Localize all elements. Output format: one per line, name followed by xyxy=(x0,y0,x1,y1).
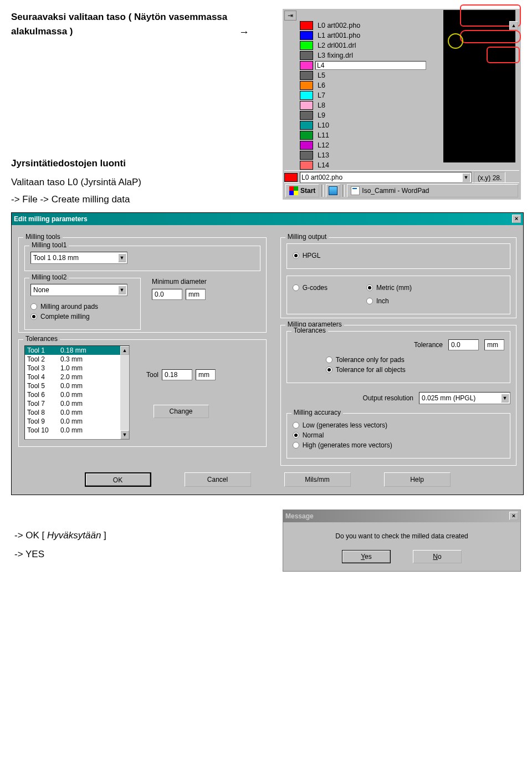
current-layer-label: L0 art002.pho xyxy=(301,174,342,181)
layer-row[interactable]: L1 art001.pho xyxy=(284,30,519,40)
layer-row[interactable]: L9 xyxy=(284,110,519,120)
layer-row[interactable]: L6 xyxy=(284,80,519,90)
layer-color-swatch[interactable] xyxy=(300,81,313,90)
radio-acc-high[interactable]: High (generates more vectors) xyxy=(293,441,504,449)
layer-label: L5 xyxy=(315,72,325,79)
radio-tol-all[interactable]: Tolerance for all objects xyxy=(293,366,504,374)
layer-color-swatch[interactable] xyxy=(300,41,313,50)
label-acc-low: Low (generates less vectors) xyxy=(303,421,387,429)
layer-row[interactable]: L7 xyxy=(284,90,519,100)
tool1-combo[interactable]: Tool 1 0.18 mm ▼ xyxy=(30,252,127,264)
current-layer-combo[interactable]: L0 art002.pho ▼ xyxy=(300,172,472,183)
chevron-down-icon[interactable]: ▼ xyxy=(118,286,126,294)
message-text: Do you want to check the milled data cre… xyxy=(291,532,513,540)
taskbar-quicklaunch-item[interactable] xyxy=(326,184,340,197)
tool2-combo[interactable]: None ▼ xyxy=(30,284,127,296)
layer-color-swatch[interactable] xyxy=(300,101,313,110)
layer-color-swatch[interactable] xyxy=(300,51,313,60)
label-tol-all: Tolerance for all objects xyxy=(336,366,406,374)
layer-row[interactable]: L8 xyxy=(284,100,519,110)
layer-indicator-icon xyxy=(284,50,298,60)
layer-row[interactable]: L3 fixing.drl xyxy=(284,50,519,60)
yes-button[interactable]: Yes xyxy=(342,550,391,563)
radio-acc-normal[interactable]: Normal xyxy=(293,431,504,439)
layer-label: L2 drl001.drl xyxy=(315,42,356,49)
chevron-down-icon[interactable]: ▼ xyxy=(501,394,509,403)
layer-label: L10 xyxy=(315,121,329,129)
output-resolution-combo[interactable]: 0.025 mm (HPGL) ▼ xyxy=(419,392,510,404)
tool-listbox[interactable]: Tool 10.18 mmTool 20.3 mmTool 31.0 mmToo… xyxy=(24,345,130,440)
layer-panel: ⇥ L0 art002.pho▲L1 art001.phoL2 drl001.d… xyxy=(283,9,521,200)
min-diameter-input[interactable]: 0.0 xyxy=(152,289,182,300)
no-button[interactable]: No xyxy=(413,550,462,563)
radio-metric[interactable]: Metric (mm) xyxy=(366,284,412,292)
scroll-down-icon[interactable]: ▼ xyxy=(120,430,129,439)
layer-color-swatch[interactable] xyxy=(300,161,313,170)
layer-color-swatch[interactable] xyxy=(300,141,313,150)
taskbar-app-button[interactable]: Iso_Cammi - WordPad xyxy=(347,184,518,197)
radio-complete-milling[interactable]: Complete milling xyxy=(30,313,135,320)
heading-2: Jyrsintätiedostojen luonti xyxy=(11,158,126,169)
radio-icon xyxy=(293,442,299,449)
layer-label: L0 art002.pho xyxy=(315,22,360,29)
layer-row[interactable]: L13 xyxy=(284,150,519,160)
list-item[interactable]: Tool 100.0 mm xyxy=(25,426,129,435)
layer-color-swatch[interactable] xyxy=(300,61,313,70)
list-item[interactable]: Tool 80.0 mm xyxy=(25,408,129,417)
ok-button[interactable]: OK xyxy=(85,472,151,487)
radio-gcodes[interactable]: G-codes xyxy=(293,284,328,292)
radio-acc-low[interactable]: Low (generates less vectors) xyxy=(293,421,504,429)
layer-color-swatch[interactable] xyxy=(300,121,313,130)
close-icon[interactable]: × xyxy=(512,215,521,223)
layer-name-input[interactable]: L4 xyxy=(315,61,426,70)
list-item[interactable]: Tool 42.0 mm xyxy=(25,373,129,381)
list-item[interactable]: Tool 60.0 mm xyxy=(25,390,129,399)
mils-mm-button[interactable]: Mils/mm xyxy=(284,472,351,487)
layer-row[interactable]: L4 xyxy=(284,60,519,70)
list-item[interactable]: Tool 70.0 mm xyxy=(25,399,129,408)
scroll-up-icon[interactable]: ▲ xyxy=(120,346,129,355)
label-metric: Metric (mm) xyxy=(376,284,412,292)
layer-label: L8 xyxy=(315,101,325,109)
dialog-titlebar[interactable]: Edit milling parameters × xyxy=(12,213,523,225)
layer-row[interactable]: L5 xyxy=(284,70,519,80)
layer-row[interactable]: L12 xyxy=(284,140,519,150)
cancel-button[interactable]: Cancel xyxy=(185,472,251,487)
layer-row[interactable]: L14 xyxy=(284,160,519,170)
layer-row[interactable]: L0 art002.pho▲ xyxy=(284,21,519,30)
layer-row[interactable]: L11 xyxy=(284,130,519,140)
layer-color-swatch[interactable] xyxy=(300,151,313,160)
radio-inch[interactable]: Inch xyxy=(366,297,412,305)
layer-color-swatch[interactable] xyxy=(300,71,313,80)
close-icon[interactable]: × xyxy=(509,512,518,520)
layer-row[interactable]: L2 drl001.drl xyxy=(284,40,519,50)
layer-indicator-icon xyxy=(284,40,298,50)
layer-color-swatch[interactable] xyxy=(300,131,313,140)
layer-color-swatch[interactable] xyxy=(300,111,313,120)
list-item[interactable]: Tool 10.18 mm xyxy=(25,346,129,355)
help-button[interactable]: Help xyxy=(384,472,451,487)
chevron-down-icon[interactable]: ▼ xyxy=(118,253,126,262)
listbox-scrollbar[interactable]: ▲ ▼ xyxy=(120,346,129,439)
list-item[interactable]: Tool 90.0 mm xyxy=(25,417,129,426)
radio-tol-pads[interactable]: Tolerance only for pads xyxy=(293,356,504,364)
change-button[interactable]: Change xyxy=(154,405,209,418)
tool2-value: None xyxy=(33,286,49,294)
current-layer-status: L0 art002.pho ▼ (x,y) 28. xyxy=(284,170,519,182)
layer-color-swatch[interactable] xyxy=(300,31,313,40)
list-item[interactable]: Tool 31.0 mm xyxy=(25,364,129,373)
list-item[interactable]: Tool 20.3 mm xyxy=(25,355,129,364)
chevron-down-icon[interactable]: ▼ xyxy=(462,173,470,182)
layer-row[interactable]: L10 xyxy=(284,120,519,130)
scroll-up-icon[interactable]: ▲ xyxy=(509,21,518,30)
radio-milling-around-pads[interactable]: Milling around pads xyxy=(30,303,135,310)
tolerance-input[interactable]: 0.0 xyxy=(448,339,479,350)
layer-scheme-icon[interactable]: ⇥ xyxy=(284,11,296,21)
layer-color-swatch[interactable] xyxy=(300,21,313,30)
radio-hpgl[interactable]: HPGL xyxy=(293,252,504,259)
tool-value-input[interactable]: 0.18 xyxy=(162,369,192,380)
start-button[interactable]: Start xyxy=(285,184,319,197)
layer-color-swatch[interactable] xyxy=(300,91,313,100)
list-item[interactable]: Tool 50.0 mm xyxy=(25,381,129,390)
message-titlebar[interactable]: Message × xyxy=(283,510,520,522)
